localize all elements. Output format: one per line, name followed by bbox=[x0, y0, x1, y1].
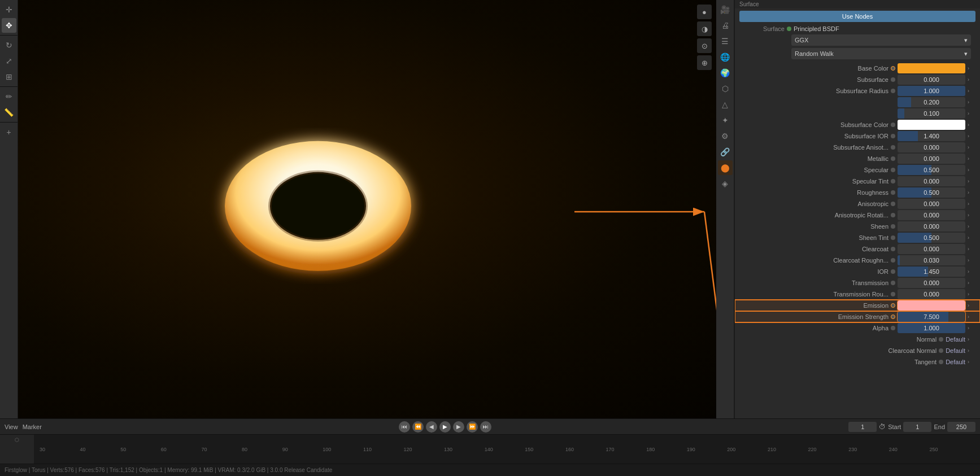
end-frame-input[interactable] bbox=[947, 422, 975, 432]
anisotropic-rot-dot bbox=[891, 213, 895, 217]
subsurface-radius-value[interactable]: 1.000 bbox=[898, 86, 965, 96]
subsurface-value[interactable]: 0.000 bbox=[898, 75, 965, 85]
subsurface-dot bbox=[891, 77, 895, 82]
subsurface-radius-row: Subsurface Radius 1.000 › bbox=[735, 85, 980, 97]
annotate-icon[interactable]: ✏ bbox=[2, 89, 16, 104]
emission-color-swatch[interactable] bbox=[898, 300, 965, 311]
next-keyframe-button[interactable]: ⏩ bbox=[467, 421, 478, 433]
constraints-tab-icon[interactable]: 🔗 bbox=[718, 145, 733, 159]
emission-strength-label: Emission Strength bbox=[739, 313, 888, 320]
sheen-value[interactable]: 0.000 bbox=[898, 221, 965, 232]
ruler-mark-50: 50 bbox=[120, 447, 161, 452]
particles-tab-icon[interactable]: ✦ bbox=[718, 113, 733, 128]
subsurface-aniso-row: Subsurface Anisot... 0.000 › bbox=[735, 142, 980, 153]
specular-tint-value[interactable]: 0.000 bbox=[898, 176, 965, 186]
viewport[interactable]: ● ◑ ⊙ ⊕ bbox=[18, 0, 716, 418]
add-icon[interactable]: + bbox=[2, 125, 16, 139]
subsurface-radius-b-row: 0.100 › bbox=[735, 108, 980, 119]
emission-label: Emission bbox=[739, 302, 888, 309]
emission-socket: › bbox=[968, 303, 975, 308]
status-bar: Firstglow | Torus | Verts:576 | Faces:57… bbox=[0, 464, 980, 476]
subsurface-radius-g-value[interactable]: 0.200 bbox=[898, 97, 965, 107]
measure-icon[interactable]: 📏 bbox=[2, 105, 16, 120]
base-color-dot bbox=[891, 66, 895, 71]
sheen-label: Sheen bbox=[739, 223, 888, 230]
viewport-gizmo-icon[interactable]: ⊕ bbox=[697, 55, 712, 70]
timeline-scroll[interactable] bbox=[975, 435, 980, 464]
subsurface-method-dropdown[interactable]: Random Walk ▾ bbox=[791, 48, 971, 59]
transmission-dot bbox=[891, 281, 895, 285]
subsurface-color-socket: › bbox=[968, 122, 975, 128]
render-tab-icon[interactable]: 🎥 bbox=[718, 2, 733, 17]
emission-strength-value[interactable]: 7.500 bbox=[898, 312, 965, 322]
distribution-dropdown-row: GGX ▾ bbox=[739, 33, 975, 47]
subsurface-aniso-value[interactable]: 0.000 bbox=[898, 142, 965, 152]
marker-label[interactable]: Marker bbox=[23, 423, 42, 430]
world-tab-icon[interactable]: 🌍 bbox=[718, 65, 733, 80]
viewlayer-tab-icon[interactable]: ☰ bbox=[718, 34, 733, 49]
scale-icon[interactable]: ⤢ bbox=[2, 54, 16, 68]
move-icon[interactable]: ✥ bbox=[2, 18, 16, 33]
viewport-shading-icon[interactable]: ◑ bbox=[697, 21, 712, 36]
shader-tab-icon[interactable]: ◈ bbox=[718, 176, 733, 191]
ior-dot bbox=[891, 269, 895, 274]
jump-end-button[interactable]: ⏭ bbox=[480, 421, 491, 433]
output-tab-icon[interactable]: 🖨 bbox=[718, 18, 733, 33]
mesh-tab-icon[interactable]: △ bbox=[718, 97, 733, 112]
right-panel: Surface Use Nodes Surface Principled BSD… bbox=[734, 0, 980, 418]
metallic-value[interactable]: 0.000 bbox=[898, 154, 965, 164]
physics-tab-icon[interactable]: ⚙ bbox=[718, 129, 733, 143]
play-button[interactable]: ▶ bbox=[439, 421, 451, 433]
rotate-icon[interactable]: ↻ bbox=[2, 38, 16, 53]
tangent-default-link[interactable]: Default bbox=[946, 359, 965, 365]
start-frame-input[interactable] bbox=[903, 422, 931, 432]
sheen-tint-value[interactable]: 0.500 bbox=[898, 233, 965, 243]
subsurface-radius-b-value[interactable]: 0.100 bbox=[898, 108, 965, 119]
anisotropic-rot-value[interactable]: 0.000 bbox=[898, 210, 965, 220]
ior-row: IOR 1.450 › bbox=[735, 266, 980, 277]
timeline-ruler[interactable]: 30 40 50 60 70 80 90 100 110 120 130 140… bbox=[34, 435, 975, 464]
step-back-button[interactable]: ◀ bbox=[426, 421, 437, 433]
subsurface-row: Subsurface 0.000 › bbox=[735, 74, 980, 85]
ior-value[interactable]: 1.450 bbox=[898, 267, 965, 277]
timeline: View Marker ⏮ ⏪ ◀ ▶ ▶ ⏩ ⏭ 1 ⏱ Start End … bbox=[0, 418, 980, 464]
transmission-roughness-value[interactable]: 0.000 bbox=[898, 289, 965, 299]
prev-keyframe-button[interactable]: ⏪ bbox=[412, 421, 424, 433]
transform-icon[interactable]: ⊞ bbox=[2, 69, 16, 84]
ruler-mark-250: 250 bbox=[929, 447, 970, 452]
ruler-mark-60: 60 bbox=[161, 447, 202, 452]
viewport-display-icon[interactable]: ● bbox=[697, 5, 712, 19]
ruler-mark-100: 100 bbox=[323, 447, 363, 452]
view-label[interactable]: View bbox=[5, 423, 18, 430]
alpha-value[interactable]: 1.000 bbox=[898, 323, 965, 333]
specular-value[interactable]: 0.500 bbox=[898, 165, 965, 175]
clearcoat-value[interactable]: 0.000 bbox=[898, 244, 965, 254]
base-color-swatch[interactable] bbox=[898, 63, 965, 73]
jump-start-button[interactable]: ⏮ bbox=[399, 421, 410, 433]
clearcoat-roughness-value[interactable]: 0.030 bbox=[898, 255, 965, 265]
transmission-value[interactable]: 0.000 bbox=[898, 278, 965, 288]
ruler-mark-160: 160 bbox=[565, 447, 606, 452]
object-tab-icon[interactable]: ⬡ bbox=[718, 81, 733, 96]
roughness-value[interactable]: 0.500 bbox=[898, 187, 965, 198]
material-tab-icon[interactable]: ⬤ bbox=[718, 160, 733, 175]
step-forward-button[interactable]: ▶ bbox=[453, 421, 464, 433]
subsurface-ior-value[interactable]: 1.400 bbox=[898, 131, 965, 141]
scene-tab-icon[interactable]: 🌐 bbox=[718, 50, 733, 64]
subsurface-color-swatch[interactable] bbox=[898, 120, 965, 130]
clearcoat-normal-default-link[interactable]: Default bbox=[946, 347, 965, 354]
tangent-row: Tangent Default › bbox=[735, 356, 980, 368]
specular-socket: › bbox=[968, 167, 975, 173]
use-nodes-button[interactable]: Use Nodes bbox=[739, 11, 975, 22]
sheen-tint-row: Sheen Tint 0.500 › bbox=[735, 232, 980, 243]
cursor-icon[interactable]: ✛ bbox=[2, 2, 16, 17]
viewport-overlay-icon[interactable]: ⊙ bbox=[697, 38, 712, 53]
current-frame-input[interactable]: 1 bbox=[848, 422, 877, 432]
distribution-dropdown[interactable]: GGX ▾ bbox=[791, 34, 971, 46]
surface-shader-value[interactable]: Principled BSDF bbox=[794, 25, 839, 32]
anisotropic-value[interactable]: 0.000 bbox=[898, 199, 965, 209]
subsurface-method-dropdown-row: Random Walk ▾ bbox=[739, 47, 975, 60]
tangent-socket: › bbox=[968, 359, 975, 365]
normal-default-link[interactable]: Default bbox=[946, 336, 965, 343]
subsurface-method-label: Random Walk bbox=[795, 50, 834, 57]
